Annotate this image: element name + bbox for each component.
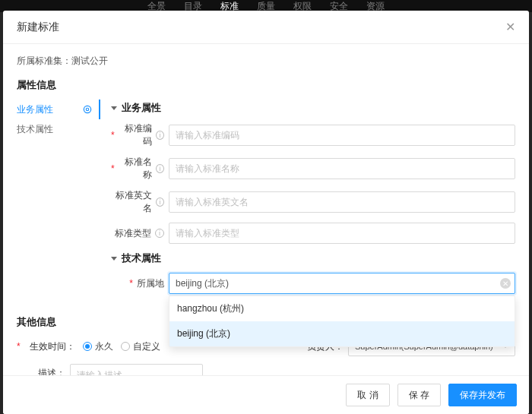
info-icon[interactable]: i: [156, 198, 164, 207]
en-input[interactable]: [169, 191, 515, 213]
side-nav-tech-label: 技术属性: [17, 123, 53, 136]
radio-custom-label: 自定义: [133, 340, 160, 353]
modal-body: 所属标准集：测试公开 属性信息 业务属性 技术属性 业务属性: [3, 44, 529, 378]
region-select[interactable]: beijing (北京) ✕ hangzhou (杭州) beijing (北京…: [169, 273, 515, 294]
type-input[interactable]: [169, 223, 515, 244]
group-biz[interactable]: 业务属性: [111, 101, 515, 115]
region-select-display[interactable]: beijing (北京): [169, 273, 515, 294]
location-icon: [82, 104, 93, 115]
save-button[interactable]: 保 存: [397, 384, 441, 406]
form-area: 业务属性 *标准编码i *标准名称i 标准英文名i 标准类型i: [100, 100, 515, 302]
group-tech[interactable]: 技术属性: [111, 251, 515, 265]
modal-title: 新建标准: [17, 21, 59, 34]
side-nav-tech[interactable]: 技术属性: [17, 119, 100, 139]
cancel-button[interactable]: 取 消: [346, 384, 389, 406]
section-attr-info: 属性信息: [17, 78, 515, 92]
region-value: beijing (北京): [176, 277, 229, 290]
svg-point-1: [84, 106, 90, 112]
label-region: 所属地: [137, 277, 164, 290]
svg-point-0: [86, 108, 89, 111]
set-label: 所属标准集：: [17, 55, 71, 66]
group-biz-label: 业务属性: [122, 101, 161, 115]
effective-label: 生效时间：: [30, 340, 75, 353]
region-option[interactable]: hangzhou (杭州): [169, 296, 515, 321]
region-dropdown: hangzhou (杭州) beijing (北京): [169, 295, 515, 347]
side-nav-biz[interactable]: 业务属性: [17, 100, 100, 119]
modal: 新建标准 ✕ 所属标准集：测试公开 属性信息 业务属性 技术属性: [3, 11, 529, 414]
clear-icon[interactable]: ✕: [500, 278, 511, 289]
group-tech-label: 技术属性: [122, 251, 161, 265]
label-code: 标准编码: [119, 122, 152, 148]
info-icon[interactable]: i: [156, 131, 164, 140]
info-icon[interactable]: i: [155, 229, 164, 238]
chevron-down-icon: [111, 106, 117, 110]
side-nav: 业务属性 技术属性: [17, 100, 100, 302]
publish-button[interactable]: 保存并发布: [448, 384, 517, 406]
radio-permanent-label: 永久: [95, 340, 113, 353]
code-input[interactable]: [169, 125, 515, 146]
radio-permanent[interactable]: 永久: [83, 340, 113, 353]
region-option-selected[interactable]: beijing (北京): [169, 321, 515, 346]
name-input[interactable]: [169, 158, 515, 179]
chevron-down-icon: [111, 257, 117, 261]
info-icon[interactable]: i: [156, 164, 164, 173]
label-type: 标准类型: [115, 227, 151, 240]
close-icon[interactable]: ✕: [505, 20, 515, 34]
label-name: 标准名称: [119, 156, 152, 182]
standard-set-line: 所属标准集：测试公开: [17, 55, 515, 68]
modal-footer: 取 消 保 存 保存并发布: [3, 375, 529, 414]
label-en: 标准英文名: [111, 189, 152, 215]
side-nav-biz-label: 业务属性: [17, 103, 53, 116]
modal-header: 新建标准 ✕: [3, 11, 529, 44]
set-value: 测试公开: [71, 55, 108, 66]
radio-custom[interactable]: 自定义: [121, 340, 160, 353]
